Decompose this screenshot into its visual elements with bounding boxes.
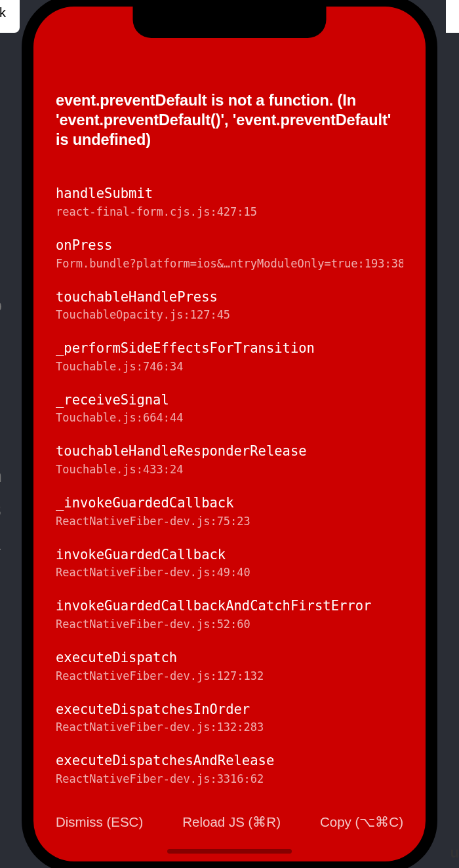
stack-location: ReactNativeFiber-dev.js:75:23	[56, 515, 403, 528]
toolbar-dots-icon: ⋮	[0, 60, 5, 76]
stack-function-name: onPress	[56, 237, 403, 254]
background-right-text: ul	[450, 844, 459, 861]
stack-frame[interactable]: _invokeGuardedCallback ReactNativeFiber-…	[56, 494, 403, 528]
stack-location: ReactNativeFiber-dev.js:132:283	[56, 720, 403, 734]
stack-frame[interactable]: invokeGuardedCallbackAndCatchFirstError …	[56, 597, 403, 631]
stack-function-name: handleSubmit	[56, 185, 403, 203]
background-right	[446, 0, 459, 868]
stack-location: Touchable.js:746:34	[56, 360, 403, 373]
stack-function-name: _performSideEffectsForTransition	[56, 340, 403, 357]
device-notch	[133, 7, 327, 38]
redbox-error-screen: event.preventDefault is not a function. …	[33, 7, 426, 861]
stack-function-name: touchableHandleResponderRelease	[56, 443, 403, 460]
background-code: sp:],s:oaesll	[0, 288, 2, 561]
stack-trace-list[interactable]: handleSubmit react-final-form.cjs.js:427…	[56, 185, 403, 806]
stack-function-name: _receiveSignal	[56, 391, 403, 409]
stack-frame[interactable]: executeDispatchesAndRelease ReactNativeF…	[56, 752, 403, 785]
stack-frame[interactable]: _performSideEffectsForTransition Touchab…	[56, 340, 403, 373]
stack-function-name: executeDispatchesInOrder	[56, 701, 403, 719]
stack-function-name: touchableHandlePress	[56, 288, 403, 306]
stack-frame[interactable]: invokeGuardedCallback ReactNativeFiber-d…	[56, 546, 403, 580]
stack-frame[interactable]: handleSubmit react-final-form.cjs.js:427…	[56, 185, 403, 218]
simulator-screen[interactable]: event.preventDefault is not a function. …	[33, 7, 426, 861]
stack-location: Form.bundle?platform=ios&…ntryModuleOnly…	[56, 257, 403, 270]
home-indicator[interactable]	[167, 849, 292, 854]
stack-location: Touchable.js:664:44	[56, 411, 403, 424]
reload-js-button[interactable]: Reload JS (⌘R)	[182, 814, 281, 830]
stack-location: TouchableOpacity.js:127:45	[56, 308, 403, 321]
stack-function-name: executeDispatch	[56, 649, 403, 667]
dismiss-button[interactable]: Dismiss (ESC)	[56, 814, 143, 830]
stack-frame[interactable]: touchableHandleResponderRelease Touchabl…	[56, 443, 403, 476]
stack-frame[interactable]: executeDispatch ReactNativeFiber-dev.js:…	[56, 649, 403, 682]
stack-frame[interactable]: onPress Form.bundle?platform=ios&…ntryMo…	[56, 237, 403, 270]
stack-function-name: executeDispatchesAndRelease	[56, 752, 403, 770]
stack-location: ReactNativeFiber-dev.js:52:60	[56, 618, 403, 631]
stack-frame[interactable]: touchableHandlePress TouchableOpacity.js…	[56, 288, 403, 322]
stack-location: react-final-form.cjs.js:427:15	[56, 205, 403, 218]
stack-location: ReactNativeFiber-dev.js:49:40	[56, 566, 403, 579]
stack-location: Touchable.js:433:24	[56, 463, 403, 476]
background-tab: ek	[0, 0, 20, 33]
stack-frame[interactable]: _receiveSignal Touchable.js:664:44	[56, 391, 403, 425]
background-right-tab	[446, 0, 459, 33]
stack-function-name: invokeGuardedCallbackAndCatchFirstError	[56, 597, 403, 615]
stack-frame[interactable]: executeDispatchesInOrder ReactNativeFibe…	[56, 701, 403, 734]
error-title: event.preventDefault is not a function. …	[56, 90, 403, 149]
stack-location: ReactNativeFiber-dev.js:127:132	[56, 669, 403, 682]
simulator-device-frame: event.preventDefault is not a function. …	[22, 0, 437, 868]
stack-function-name: _invokeGuardedCallback	[56, 494, 403, 512]
stack-function-name: invokeGuardedCallback	[56, 546, 403, 564]
stack-location: ReactNativeFiber-dev.js:3316:62	[56, 772, 403, 785]
copy-button[interactable]: Copy (⌥⌘C)	[320, 814, 403, 830]
